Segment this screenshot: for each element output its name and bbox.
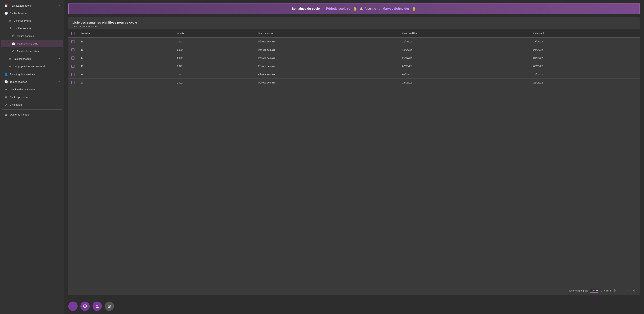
col-annee: Année [174,30,255,38]
sidebar-label-planifier-grille: Planifier sur la grille [17,42,60,45]
page-range-info: 1 – 6 sur 6 [600,290,611,292]
sidebar-label-planning-services: Planning des services [10,73,60,76]
sidebar-icon-plages-horaires: ⏱ [12,34,15,38]
row-checkbox-5[interactable] [71,81,74,84]
row-nom-1: Période scolaire [255,46,399,54]
prev-page-btn[interactable]: < [620,288,624,293]
row-nom-0: Période scolaire [255,38,399,46]
sidebar-icon-planning-services: 👤 [4,72,8,76]
sidebar-icon-temps-realises: 🕐 [4,80,8,84]
sidebar-item-planifier-activites[interactable]: ↺ Planifier les activités [1,48,63,55]
select-all-checkbox[interactable] [71,32,74,35]
row-annee-0: 2022 [174,38,255,46]
table-row: 20 2022 Période scolaire 16/05/22 22/05/… [68,78,640,86]
cycle-value: Période scolaire [326,7,350,10]
sidebar-label-modifier-cycle: Modifier le cycle [14,27,57,30]
sidebar-icon-gerer-cycles: ▤ [8,19,12,23]
sidebar-icon-planification-agent: ⏰ [4,4,8,8]
sidebar-icon-cycles-horaires: 🕐 [4,11,8,15]
row-nom-4: Période scolaire [255,70,399,78]
table-row: 17 2022 Période scolaire 25/04/22 01/05/… [68,54,640,62]
row-semaine-5: 20 [78,78,174,86]
header-banner: Semaines du cycle : Période scolaire 🔒 d… [68,3,640,14]
sidebar-item-planifier-grille[interactable]: 📅 Planifier sur la grille [1,40,63,47]
chevron-gestion-absences: v [58,88,60,90]
sidebar-label-gestion-absences: Gestion des absences [10,88,57,91]
sidebar-icon-cycles-predefinis: ▤ [4,95,8,99]
col-semaine: Semaine [78,30,174,38]
sidebar-item-temps-realises[interactable]: 🕐 Temps réalisés v [1,78,63,86]
sidebar-icon-simulation: ↗ [4,103,8,106]
row-fin-3: 08/05/22 [530,62,640,70]
sidebar-item-cycles-predefinis[interactable]: ▤ Cycles prédéfinis [1,93,63,101]
table-row: 15 2022 Période scolaire 11/04/22 17/04/… [68,38,640,46]
sidebar-item-planification-agent[interactable]: ⏰ Planification agent ^ [1,2,63,9]
chevron-cycles-horaires: ^ [58,12,60,14]
lock-icon-1: 🔒 [353,6,357,11]
row-debut-5: 16/05/22 [399,78,530,86]
sidebar-item-plages-horaires[interactable]: ⏱ Plages horaires [1,32,63,40]
sidebar-label-gerer-cycles: Gérer les cycles [14,20,60,22]
sidebar-item-gestion-absences[interactable]: ✂ Gestion des absences v [1,86,63,93]
row-debut-2: 25/04/22 [399,54,530,62]
chevron-calendrier-agent: v [58,58,60,60]
row-debut-4: 09/05/22 [399,70,530,78]
row-annee-4: 2022 [174,70,255,78]
row-fin-1: 24/04/22 [530,46,640,54]
sidebar-item-simulation[interactable]: ↗ Simulation [1,101,63,108]
table-body: 15 2022 Période scolaire 11/04/22 17/04/… [68,38,640,87]
row-debut-1: 18/04/22 [399,46,530,54]
row-checkbox-4[interactable] [71,73,74,76]
row-checkbox-0[interactable] [71,40,74,43]
row-checkbox-cell-1 [68,46,78,54]
row-checkbox-cell-2 [68,54,78,62]
weeks-table: Semaine Année Nom du cycle Date de début… [68,30,640,87]
header-checkbox-cell [68,30,78,38]
sidebar: ⏰ Planification agent ^ 🕐 Cycles horaire… [0,0,64,314]
row-fin-4: 15/05/22 [530,70,640,78]
next-page-btn[interactable]: > [626,288,629,293]
row-checkbox-cell-5 [68,78,78,86]
sidebar-icon-planifier-grille: 📅 [12,42,15,46]
chevron-planification-agent: ^ [58,4,60,7]
row-checkbox-cell-4 [68,70,78,78]
sidebar-item-temps-previsionnel[interactable]: 〰 Temps prévisionnel de travail [1,63,63,70]
row-debut-3: 02/05/22 [399,62,530,70]
row-checkbox-1[interactable] [71,48,74,52]
action-bar: + [64,298,644,314]
first-page-btn[interactable]: |< [613,288,618,293]
sidebar-icon-calendrier-agent: ▤ [8,57,12,61]
lock-icon-2: 🔒 [412,6,416,11]
sidebar-icon-planifier-activites: ↺ [12,49,15,53]
sidebar-item-gerer-cycles[interactable]: ▤ Gérer les cycles [1,17,63,24]
row-checkbox-3[interactable] [71,64,74,68]
per-page-select[interactable]: 10 5 25 50 [590,289,598,293]
row-checkbox-cell-0 [68,38,78,46]
agent-value: Maryse Schneider [382,7,409,10]
import-button[interactable] [92,302,102,311]
col-date-debut: Date de début [399,30,530,38]
chevron-modifier-cycle: ^ [58,27,60,30]
main-content: Semaines du cycle : Période scolaire 🔒 d… [64,0,644,314]
row-semaine-3: 18 [78,62,174,70]
delete-button[interactable] [104,302,114,311]
row-semaine-0: 15 [78,38,174,46]
last-page-btn[interactable]: >| [631,288,636,293]
add-button[interactable]: + [68,302,78,311]
content-title: Liste des semaines planifiées pour ce cy… [72,21,636,24]
sidebar-icon-gestion-absences: ✂ [4,88,8,91]
sidebar-item-modifier-cycle[interactable]: ↺ Modifier le cycle ^ [1,25,63,32]
row-fin-0: 17/04/22 [530,38,640,46]
row-checkbox-2[interactable] [71,56,74,60]
table-row: 18 2022 Période scolaire 02/05/22 08/05/… [68,62,640,70]
sidebar-item-quitter-module[interactable]: ⊞ Quitter le module [1,111,63,118]
row-semaine-2: 17 [78,54,174,62]
copy-button[interactable] [80,302,90,311]
row-annee-5: 2022 [174,78,255,86]
chevron-temps-realises: v [58,80,60,83]
sidebar-item-planning-services[interactable]: 👤 Planning des services [1,70,63,78]
content-header: Liste des semaines planifiées pour ce cy… [68,17,640,30]
sidebar-item-calendrier-agent[interactable]: ▤ Calendrier agent v [1,55,63,62]
pagination-bar: Éléments par page 10 5 25 50 1 – 6 sur 6… [68,286,640,295]
sidebar-item-cycles-horaires[interactable]: 🕐 Cycles horaires ^ [1,10,63,17]
